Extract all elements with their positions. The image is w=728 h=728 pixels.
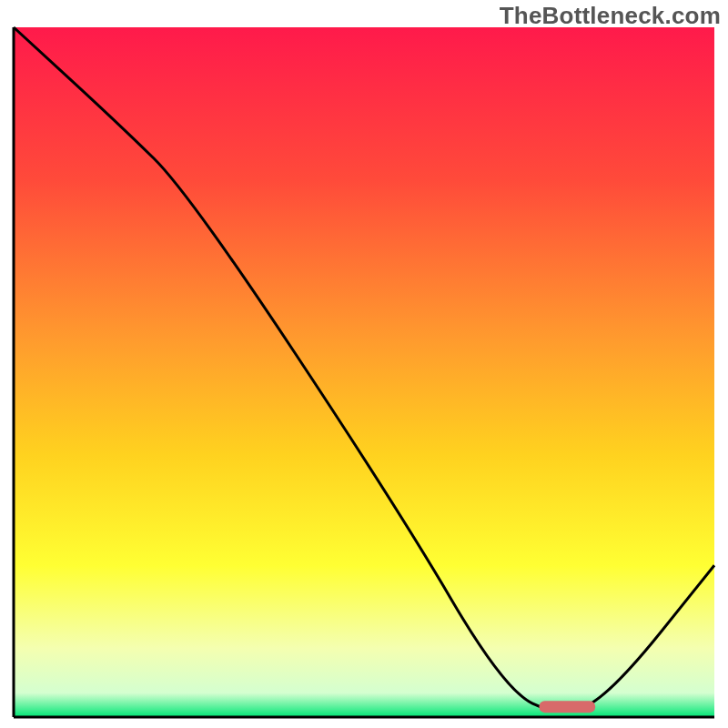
optimal-marker <box>540 701 596 713</box>
watermark-text: TheBottleneck.com <box>500 2 721 30</box>
bottleneck-chart <box>0 0 728 728</box>
gradient-background <box>14 27 714 717</box>
